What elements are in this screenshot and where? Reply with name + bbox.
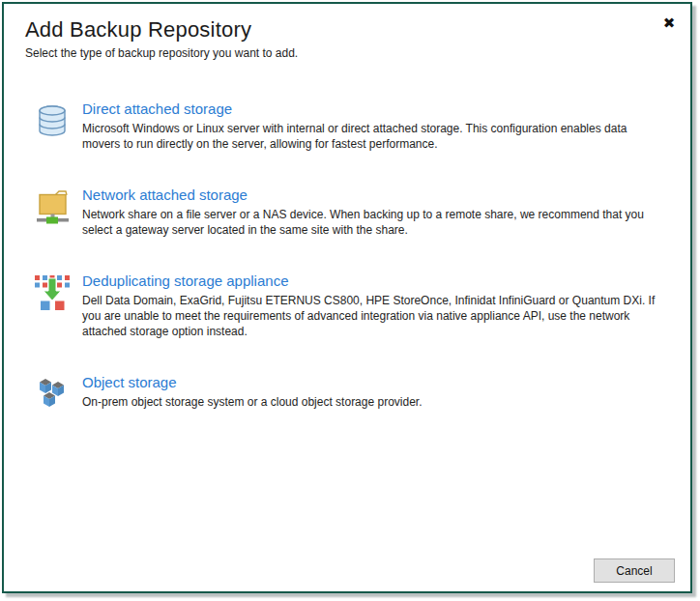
option-text: Object storage On-prem object storage sy… <box>82 374 663 410</box>
option-description: On-prem object storage system or a cloud… <box>82 394 663 410</box>
option-description: Microsoft Windows or Linux server with i… <box>82 121 663 152</box>
option-text: Deduplicating storage appliance Dell Dat… <box>82 272 663 339</box>
option-description: Network share on a file server or a NAS … <box>82 207 663 238</box>
object-storage-icon <box>34 376 71 413</box>
add-backup-repository-dialog: ✖ Add Backup Repository Select the type … <box>2 2 692 593</box>
option-title[interactable]: Network attached storage <box>82 186 663 203</box>
repository-type-list: Direct attached storage Microsoft Window… <box>4 100 690 413</box>
dedup-appliance-icon <box>34 274 71 311</box>
dialog-title: Add Backup Repository <box>25 17 667 43</box>
option-object-storage[interactable]: Object storage On-prem object storage sy… <box>34 374 663 413</box>
dialog-footer: Cancel <box>594 558 675 583</box>
close-icon[interactable]: ✖ <box>659 13 679 32</box>
option-deduplicating-storage-appliance[interactable]: Deduplicating storage appliance Dell Dat… <box>34 272 663 339</box>
database-icon <box>34 102 71 139</box>
option-description: Dell Data Domain, ExaGrid, Fujitsu ETERN… <box>82 293 663 339</box>
option-title[interactable]: Deduplicating storage appliance <box>82 272 663 289</box>
option-text: Network attached storage Network share o… <box>82 186 663 238</box>
option-text: Direct attached storage Microsoft Window… <box>82 100 663 152</box>
option-title[interactable]: Object storage <box>82 374 663 390</box>
dialog-header: Add Backup Repository Select the type of… <box>4 4 690 60</box>
option-title[interactable]: Direct attached storage <box>82 100 663 117</box>
dialog-subtitle: Select the type of backup repository you… <box>25 46 667 60</box>
option-network-attached-storage[interactable]: Network attached storage Network share o… <box>34 186 663 238</box>
cancel-button[interactable]: Cancel <box>594 558 675 583</box>
network-folder-icon <box>34 188 71 225</box>
option-direct-attached-storage[interactable]: Direct attached storage Microsoft Window… <box>34 100 663 152</box>
